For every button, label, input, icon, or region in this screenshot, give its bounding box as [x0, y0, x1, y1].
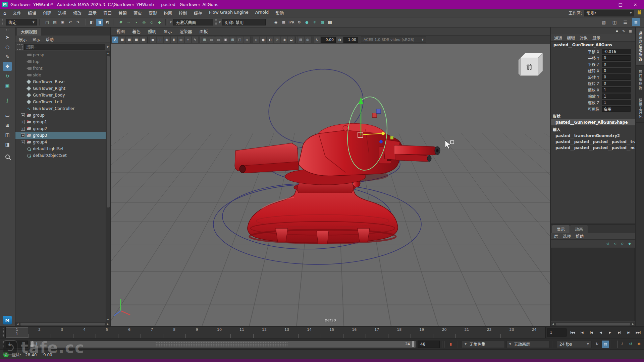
select-tool-icon[interactable]: ➤ [3, 33, 12, 42]
timeline-frame[interactable]: 24 [523, 327, 545, 338]
menu-item[interactable]: 编辑 [25, 9, 39, 17]
scroll-right-icon[interactable]: ▶ [106, 322, 110, 326]
workspace-select[interactable]: 常规* ▼ [584, 10, 634, 16]
outliner-persp-layout-icon[interactable]: ◫ [3, 130, 12, 139]
step-back-frame-icon[interactable]: |◀ [577, 328, 586, 337]
outliner-item[interactable]: persp [15, 52, 106, 58]
magnifier-icon[interactable] [3, 152, 12, 161]
ipr-render-icon[interactable]: IPR [288, 19, 295, 26]
expand-icon[interactable] [21, 93, 25, 97]
outliner-menu-item[interactable]: 显示 [32, 37, 40, 42]
expand-icon[interactable] [21, 66, 25, 70]
snap-curve-icon[interactable]: ~ [125, 19, 132, 26]
new-scene-icon[interactable]: ▢ [44, 19, 51, 26]
modeling-toolkit-toggle-icon[interactable]: ☰ [621, 18, 629, 26]
menu-item[interactable]: Flow Graph Engine [206, 9, 252, 17]
timeline-frame[interactable]: 9 [185, 327, 208, 338]
maximize-button[interactable]: □ [614, 1, 627, 8]
render-view-icon[interactable]: ◉ [272, 19, 279, 26]
scroll-left-icon[interactable]: ◀ [15, 322, 20, 326]
viewport-menu-item[interactable]: 视图 [113, 27, 128, 35]
maya-logo-badge[interactable]: M [3, 316, 12, 324]
character-set-select[interactable]: ▼ 无角色集 [462, 341, 505, 348]
select-hierarchy-icon[interactable]: ◧ [88, 19, 95, 26]
menu-item[interactable]: 修改 [70, 9, 85, 17]
shading-option-icon[interactable]: ■ [126, 37, 132, 43]
gate-mask-icon[interactable]: ▣ [222, 37, 229, 43]
scroll-left-icon[interactable]: ◀ [551, 322, 555, 326]
minimize-button[interactable]: – [599, 1, 612, 8]
outliner-menu-item[interactable]: 帮助 [46, 37, 54, 42]
timeline-frame[interactable]: 3 [51, 327, 73, 338]
outliner-item[interactable]: GunTower_Base [15, 78, 106, 85]
select-object-icon[interactable]: ◨ [96, 19, 103, 26]
audio-icon[interactable]: ♪ [619, 341, 626, 348]
channel-box-hscrollbar[interactable]: ◀ ▶ [551, 322, 635, 326]
channel-row[interactable]: 缩放 Y 1 [551, 93, 635, 99]
menu-item[interactable]: 帮助 [272, 9, 287, 17]
menu-item[interactable]: 创建 [40, 9, 54, 17]
home-icon[interactable]: ⌂ [3, 10, 6, 16]
scroll-right-icon[interactable]: ▶ [631, 322, 635, 326]
undo-icon[interactable]: ↶ [67, 19, 74, 26]
channel-row[interactable]: 可见性 启用 [551, 106, 635, 112]
snap-grid-icon[interactable]: # [117, 19, 124, 26]
expand-icon[interactable]: + [21, 133, 25, 137]
timeline-frame[interactable]: 20 [433, 327, 455, 338]
channel-row[interactable]: 旋转 X 0 [551, 67, 635, 74]
expand-icon[interactable] [21, 147, 25, 151]
render-current-frame-icon[interactable]: ▦ [280, 19, 287, 26]
timeline-frame[interactable]: 10 [208, 327, 230, 338]
move-layer-down-icon[interactable]: ◁ [612, 240, 618, 246]
symmetry-field[interactable]: 对称: 禁用 [222, 19, 266, 25]
animation-start-field[interactable]: 1 [6, 341, 28, 348]
save-scene-icon[interactable]: ▣ [59, 19, 66, 26]
scale-tool-icon[interactable]: ▣ [3, 81, 12, 90]
chevron-down-icon[interactable]: ▼ [107, 46, 109, 49]
menu-item[interactable]: 蒙皮 [130, 9, 145, 17]
timeline-grip[interactable] [1, 328, 4, 337]
outliner-item[interactable]: defaultLightSet [15, 145, 106, 152]
step-forward-frame-icon[interactable]: ▶| [624, 328, 633, 337]
layer-editor-tab[interactable]: 动画 [570, 225, 588, 233]
antialiasing-icon[interactable]: A [112, 37, 118, 43]
outliner-item[interactable]: defaultObjectSet [15, 152, 106, 159]
open-scene-icon[interactable]: ▤ [51, 19, 58, 26]
image-plane-icon[interactable]: ▭ [178, 37, 184, 43]
channel-row[interactable]: 平移 X -0.016 [551, 48, 635, 55]
expand-icon[interactable] [21, 60, 25, 64]
occlusion-icon[interactable]: ◒ [288, 37, 294, 43]
toolbar-grip[interactable] [2, 19, 5, 25]
timeline-frame[interactable]: 14 [298, 327, 321, 338]
outliner-item[interactable]: GunTower_Left [15, 99, 106, 105]
pause-viewport-icon[interactable]: ▮▮ [326, 19, 333, 26]
layer-list[interactable] [551, 248, 635, 321]
new-empty-layer-icon[interactable]: ◇ [619, 240, 625, 246]
shadows-icon[interactable]: ◑ [281, 37, 287, 43]
menu-item[interactable]: 选择 [55, 9, 69, 17]
filter-icon[interactable] [17, 44, 23, 50]
evaluation-icon[interactable]: ✽ [635, 341, 643, 348]
timeline-frame[interactable]: 21 [455, 327, 478, 338]
channel-box-toggle-icon[interactable]: ≡ [632, 18, 640, 26]
timeline-frame[interactable]: 18 [388, 327, 411, 338]
scroll-up-icon[interactable]: ▲ [106, 51, 110, 55]
channel-row[interactable]: 平移 Z 0 [551, 61, 635, 67]
scroll-down-icon[interactable]: ▼ [106, 317, 110, 322]
timeline-frame[interactable]: 15 [321, 327, 343, 338]
channel-box-menu-item[interactable]: 显示 [592, 35, 600, 41]
timeline-frame[interactable]: 8 [163, 327, 185, 338]
cache-playback-icon[interactable]: ↺ [627, 341, 634, 348]
speed-slow-icon[interactable]: ▪ [614, 28, 620, 34]
redo-icon[interactable]: ↷ [74, 19, 82, 26]
sidebar-tab[interactable]: 属性编辑器 [636, 66, 644, 94]
grid-toggle-icon[interactable]: ⊞ [201, 37, 208, 43]
go-to-start-icon[interactable]: |◀◀ [568, 328, 577, 337]
select-camera-icon[interactable]: ◼ [150, 37, 156, 43]
xray-icon[interactable]: ▥ [298, 37, 304, 43]
input-node[interactable]: pasted__transformGeometry2 [551, 133, 635, 139]
field-chart-icon[interactable]: ⊞ [229, 37, 236, 43]
lasso-tool-icon[interactable]: ○ [3, 43, 12, 51]
viewport-menu-item[interactable]: 着色 [129, 27, 144, 35]
scroll-thumb[interactable] [20, 323, 105, 325]
